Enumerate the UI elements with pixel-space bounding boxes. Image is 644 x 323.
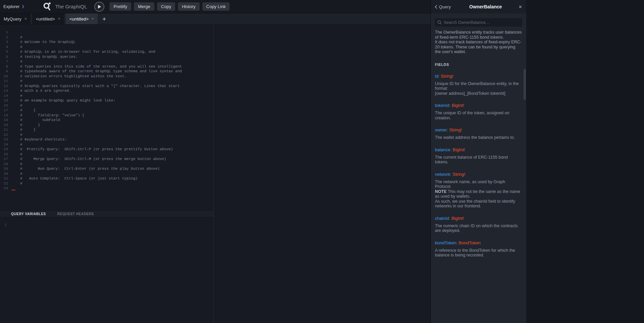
code-line[interactable]: 5# GraphiQL is an in-browser tool for wr… [0,49,213,54]
explorer-toggle[interactable]: Explorer [3,4,24,9]
code-line[interactable]: 4# [0,45,213,50]
code-line[interactable]: 2# [0,35,213,40]
field-type-link[interactable]: String! [453,172,465,177]
code-line[interactable]: 33 [0,186,213,191]
code-line[interactable]: 14# [0,93,213,98]
merge-button[interactable]: Merge [134,2,154,11]
line-number: 6 [0,54,8,59]
vars-tab-request-headers[interactable]: REQUEST HEADERS [57,212,94,216]
code-line[interactable]: 25# Prettify Query: Shift-Ctrl-P (or pre… [0,147,213,152]
code-line[interactable]: 21# } [0,127,213,132]
line-text: # [20,59,22,64]
add-tab-button[interactable]: + [102,16,106,22]
field-signature: tokenId: BigInt! [435,103,522,108]
code-line[interactable]: 28# [0,162,213,167]
field-name-link[interactable]: balance [435,147,450,152]
code-line[interactable]: 22# [0,132,213,137]
field-signature: bondToken: BondToken [435,240,522,245]
code-line[interactable]: 13# with a # are ignored. [0,88,213,93]
field-name-link[interactable]: chainId [435,216,449,221]
line-number: 26 [0,152,8,157]
line-text: # [20,35,22,40]
editor-tab[interactable]: <untitled>× [32,13,64,24]
code-line[interactable]: 27# Merge Query: Shift-Ctrl-M (or press … [0,157,213,162]
code-line[interactable]: 19# subField [0,118,213,123]
field-name-link[interactable]: id [435,74,438,79]
doc-back-label: Query [439,4,451,9]
code-line[interactable]: 32# [0,181,213,186]
line-number: 20 [0,123,8,128]
field-colon: : [449,103,452,108]
code-line[interactable]: 31# Auto Complete: Ctrl-Space (or just s… [0,176,213,181]
history-button[interactable]: History [178,2,199,11]
editor-tab[interactable]: MyQuery× [0,13,31,24]
code-line[interactable]: 17# { [0,108,213,113]
field-type-link[interactable]: BondToken [459,240,481,245]
code-line[interactable]: 12# GraphQL queries typically start with… [0,84,213,89]
doc-field: owner: String!The wallet address the bal… [435,127,522,140]
code-line[interactable]: 23# Keyboard shortcuts: [0,137,213,142]
field-type-link[interactable]: BigInt! [453,147,465,152]
field-type-link[interactable]: String! [441,74,453,79]
empty-area [526,0,644,323]
doc-explorer-panel: Query OwnerBalance ✕ The OwnerBalance en… [431,0,526,323]
code-line[interactable]: 20# } [0,123,213,128]
doc-search-input[interactable] [444,20,520,25]
copy-button[interactable]: Copy [157,2,175,11]
code-line[interactable]: 7# [0,59,213,64]
field-colon: : [447,127,449,132]
code-line[interactable]: 26# [0,152,213,157]
editor-region: Explorer The GraphiQL PrettifyMergeCopyH… [0,0,431,323]
line-number: 22 [0,132,8,137]
line-number: 17 [0,108,8,113]
copy-link-button[interactable]: Copy Link [202,2,230,11]
line-number: 18 [0,113,8,118]
tab-close-icon[interactable]: × [24,16,27,21]
doc-fields-list: id: String!Unique ID for the OwnerBalanc… [435,74,522,258]
search-icon [437,20,442,25]
code-line[interactable]: 10# validation errors highlighted within… [0,74,213,79]
field-type-link[interactable]: BigInt! [452,103,464,108]
execute-query-button[interactable] [94,2,104,12]
code-line[interactable]: 11# [0,79,213,84]
code-line[interactable]: 6# testing GraphQL queries. [0,54,213,59]
variables-editor[interactable]: 1 [0,217,213,323]
editor-tab[interactable]: <untitled>× [66,13,98,24]
line-number: 1 [0,223,7,227]
line-text: # [20,152,22,157]
scrollbar-thumb[interactable] [524,69,526,100]
field-description: The numeric chain ID on which the contra… [435,224,522,233]
vars-tabs: QUERY VARIABLESREQUEST HEADERS [11,212,94,216]
field-colon: : [450,172,453,177]
prettify-button[interactable]: Prettify [109,2,131,11]
field-name-link[interactable]: tokenId [435,103,449,108]
tab-close-icon[interactable]: × [58,16,60,21]
line-number: 29 [0,166,8,171]
explorer-label: Explorer [3,4,19,9]
field-name-link[interactable]: network [435,172,450,177]
tab-close-icon[interactable]: × [92,16,94,21]
field-name-link[interactable]: bondToken [435,240,456,245]
code-line[interactable]: 30# [0,171,213,176]
line-text: # [20,142,22,147]
code-line[interactable]: 18# field(arg: "value") { [0,113,213,118]
doc-back-button[interactable]: Query [435,4,456,9]
line-number: 9 [0,69,8,74]
field-type-link[interactable]: String! [449,127,462,132]
vars-tab-query-variables[interactable]: QUERY VARIABLES [11,212,46,216]
code-line[interactable]: 29# Run Query: Ctrl-Enter (or press the … [0,166,213,171]
code-line[interactable]: 3# Welcome to The GraphiQL [0,40,213,45]
code-line[interactable]: 16# [0,103,213,108]
code-line[interactable]: 9# typeaheads aware of the current Graph… [0,69,213,74]
line-number: 32 [0,181,8,186]
doc-close-button[interactable]: ✕ [515,4,522,9]
code-line[interactable]: 15# An example GraphQL query might look … [0,98,213,103]
field-name-link[interactable]: owner [435,127,447,132]
code-line[interactable]: 24# [0,142,213,147]
code-line[interactable]: 1 [0,30,213,35]
line-text: # field(arg: "value") { [20,113,84,118]
query-editor[interactable]: 12#3# Welcome to The GraphiQL4#5# Graphi… [0,25,213,210]
field-type-link[interactable]: BigInt! [451,216,464,221]
code-line[interactable]: 8# Type queries into this side of the sc… [0,64,213,69]
line-text: # [20,45,22,50]
